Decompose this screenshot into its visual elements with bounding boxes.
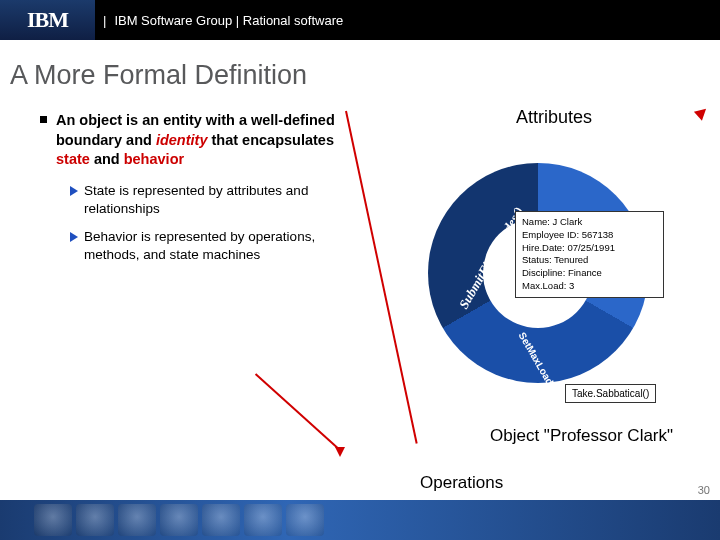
page-number: 30 — [698, 484, 710, 496]
title-area: A More Formal Definition — [0, 40, 720, 101]
content: An object is an entity with a well-defin… — [0, 101, 720, 451]
bullet-square-icon — [40, 116, 47, 123]
attr-line: Discipline: Finance — [522, 267, 657, 280]
diagram-area: Attributes AcceptCourseOffering() Submit… — [340, 111, 706, 451]
operations-label: Operations — [420, 473, 503, 493]
operation-box: Take.Sabbatical() — [565, 384, 656, 403]
footer-tile-icon — [160, 504, 198, 536]
sub-bullet-2: Behavior is represented by operations, m… — [70, 228, 340, 264]
arrow-icon — [70, 232, 78, 242]
footer-tile-icon — [202, 504, 240, 536]
bullet-text-2: that encapsulates — [207, 132, 334, 148]
attr-line: Employee ID: 567138 — [522, 229, 657, 242]
footer-tile-icon — [34, 504, 72, 536]
footer-bar — [0, 500, 720, 540]
arrow-icon — [70, 186, 78, 196]
left-column: An object is an entity with a well-defin… — [40, 111, 340, 451]
bullet-and: and — [90, 151, 124, 167]
ibm-logo: IBM — [27, 7, 68, 33]
attr-line: Hire.Date: 07/25/1991 — [522, 242, 657, 255]
footer-decoration — [0, 504, 324, 536]
footer-tile-icon — [76, 504, 114, 536]
attr-line: Max.Load: 3 — [522, 280, 657, 293]
sub-bullet-1: State is represented by attributes and r… — [70, 182, 340, 218]
main-bullet: An object is an entity with a well-defin… — [40, 111, 340, 170]
attr-line: Name: J Clark — [522, 216, 657, 229]
attr-line: Status: Tenured — [522, 254, 657, 267]
footer-tile-icon — [118, 504, 156, 536]
logo-box: IBM — [0, 0, 95, 40]
breadcrumb: IBM Software Group | Rational software — [114, 13, 343, 28]
bullet-state: state — [56, 151, 90, 167]
sub-bullet-1-text: State is represented by attributes and r… — [84, 183, 308, 216]
sub-bullet-2-text: Behavior is represented by operations, m… — [84, 229, 315, 262]
bullet-identity: identity — [156, 132, 208, 148]
page-title: A More Formal Definition — [10, 60, 710, 91]
bullet-behavior: behavior — [124, 151, 184, 167]
object-title: Object "Professor Clark" — [490, 426, 673, 446]
header-bar: IBM | IBM Software Group | Rational soft… — [0, 0, 720, 40]
footer-tile-icon — [286, 504, 324, 536]
header-divider: | — [95, 13, 114, 28]
pointer-attributes — [340, 111, 352, 231]
footer-tile-icon — [244, 504, 282, 536]
attributes-label: Attributes — [516, 107, 592, 128]
attributes-box: Name: J Clark Employee ID: 567138 Hire.D… — [515, 211, 664, 298]
operation-text: Take.Sabbatical() — [572, 388, 649, 399]
